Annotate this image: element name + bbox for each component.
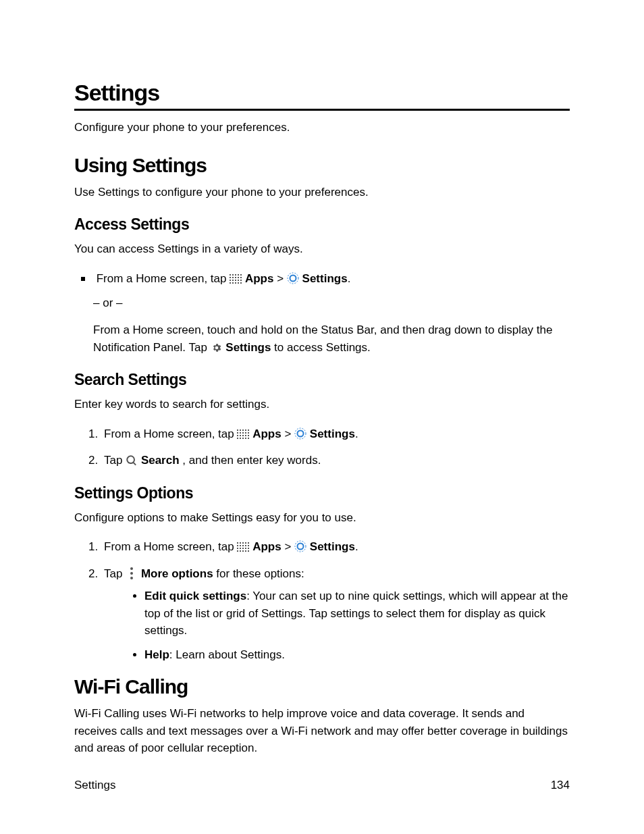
svg-rect-56 bbox=[242, 548, 244, 549]
options-step-1: From a Home screen, tap Apps > bbox=[101, 538, 570, 556]
options-step-2: Tap More options for these options: Edit… bbox=[101, 565, 570, 664]
search-step-2: Tap Search , and then enter key words. bbox=[101, 452, 570, 469]
svg-rect-16 bbox=[232, 282, 234, 284]
svg-rect-49 bbox=[237, 545, 238, 546]
svg-rect-60 bbox=[240, 550, 241, 552]
svg-point-43 bbox=[298, 430, 304, 436]
svg-rect-3 bbox=[238, 274, 239, 276]
bullet-label: Help bbox=[144, 648, 169, 661]
svg-rect-48 bbox=[248, 542, 249, 544]
text: Tap bbox=[104, 567, 126, 580]
svg-rect-58 bbox=[248, 548, 249, 549]
settings-options-intro: Configure options to make Settings easy … bbox=[74, 509, 570, 527]
svg-rect-36 bbox=[248, 435, 249, 436]
svg-point-42 bbox=[295, 428, 306, 439]
using-settings-intro: Use Settings to configure your phone to … bbox=[74, 184, 570, 201]
bullet-text: : Learn about Settings. bbox=[169, 648, 285, 661]
svg-rect-45 bbox=[240, 542, 241, 544]
svg-rect-9 bbox=[240, 277, 242, 278]
settings-gear-icon bbox=[294, 540, 306, 552]
footer-page-number: 134 bbox=[551, 779, 570, 792]
apps-grid-icon bbox=[237, 542, 249, 552]
svg-rect-30 bbox=[245, 432, 246, 434]
svg-rect-17 bbox=[235, 282, 236, 284]
svg-rect-40 bbox=[245, 438, 246, 439]
period: . bbox=[355, 427, 358, 440]
svg-rect-33 bbox=[240, 435, 241, 436]
svg-rect-13 bbox=[238, 280, 239, 281]
text: , and then enter key words. bbox=[182, 454, 321, 467]
search-settings-heading: Search Settings bbox=[74, 371, 570, 389]
svg-rect-55 bbox=[240, 548, 241, 549]
footer-section: Settings bbox=[74, 779, 115, 792]
svg-rect-15 bbox=[230, 282, 231, 284]
more-options-icon bbox=[126, 567, 138, 579]
svg-rect-4 bbox=[240, 274, 242, 276]
settings-gear-icon bbox=[287, 272, 299, 284]
text: to access Settings. bbox=[274, 341, 371, 354]
period: . bbox=[355, 540, 358, 553]
text: From a Home screen, tap bbox=[104, 540, 237, 553]
apps-grid-icon bbox=[237, 429, 249, 440]
text: Tap bbox=[104, 454, 126, 467]
svg-rect-34 bbox=[242, 435, 244, 436]
svg-rect-25 bbox=[245, 429, 246, 431]
bullet-label: Edit quick settings bbox=[144, 590, 246, 602]
svg-rect-12 bbox=[235, 280, 236, 281]
svg-rect-57 bbox=[245, 548, 246, 549]
page-footer: Settings 134 bbox=[74, 779, 570, 792]
svg-rect-32 bbox=[237, 435, 238, 436]
separator: > bbox=[284, 540, 294, 553]
edit-quick-settings-bullet: Edit quick settings: Your can set up to … bbox=[144, 588, 570, 640]
svg-point-68 bbox=[130, 577, 133, 579]
svg-rect-10 bbox=[230, 280, 231, 281]
text: for these options: bbox=[216, 567, 304, 580]
settings-label: Settings bbox=[310, 540, 355, 553]
svg-rect-27 bbox=[237, 432, 238, 434]
svg-rect-62 bbox=[245, 550, 246, 552]
svg-rect-63 bbox=[248, 550, 249, 552]
access-alt-method: From a Home screen, touch and hold on th… bbox=[93, 321, 570, 356]
svg-rect-31 bbox=[248, 432, 249, 434]
separator: > bbox=[284, 427, 294, 440]
search-icon bbox=[126, 455, 138, 466]
svg-rect-8 bbox=[238, 277, 239, 278]
svg-point-64 bbox=[295, 541, 306, 552]
page-intro: Configure your phone to your preferences… bbox=[74, 119, 570, 136]
settings-gear-icon bbox=[294, 427, 306, 440]
svg-rect-11 bbox=[232, 280, 234, 281]
svg-point-20 bbox=[288, 273, 298, 284]
text: From a Home screen, tap bbox=[97, 272, 230, 285]
svg-rect-35 bbox=[245, 435, 246, 436]
svg-rect-41 bbox=[248, 438, 249, 439]
using-settings-heading: Using Settings bbox=[74, 154, 570, 177]
svg-rect-2 bbox=[235, 274, 236, 276]
svg-rect-19 bbox=[240, 282, 242, 284]
search-step-1: From a Home screen, tap Apps > bbox=[101, 425, 570, 443]
svg-rect-51 bbox=[242, 545, 244, 546]
settings-label: Settings bbox=[310, 427, 355, 440]
access-settings-heading: Access Settings bbox=[74, 215, 570, 234]
svg-rect-53 bbox=[248, 545, 249, 546]
svg-rect-7 bbox=[235, 277, 236, 278]
settings-label: Settings bbox=[302, 272, 348, 285]
svg-point-67 bbox=[130, 572, 133, 575]
more-options-label: More options bbox=[141, 567, 213, 580]
page-title: Settings bbox=[74, 80, 570, 111]
svg-rect-44 bbox=[237, 542, 238, 544]
svg-rect-6 bbox=[232, 277, 234, 278]
svg-rect-28 bbox=[240, 432, 241, 434]
svg-rect-26 bbox=[248, 429, 249, 431]
svg-rect-39 bbox=[242, 438, 244, 439]
svg-rect-50 bbox=[240, 545, 241, 546]
svg-rect-23 bbox=[240, 429, 241, 431]
svg-point-65 bbox=[298, 544, 304, 550]
svg-rect-5 bbox=[230, 277, 231, 278]
svg-point-66 bbox=[130, 567, 133, 570]
svg-rect-22 bbox=[237, 429, 238, 431]
svg-rect-18 bbox=[238, 282, 239, 284]
wifi-calling-intro: Wi-Fi Calling uses Wi-Fi networks to hel… bbox=[74, 705, 570, 757]
svg-rect-29 bbox=[242, 432, 244, 434]
svg-rect-54 bbox=[237, 548, 238, 549]
apps-label: Apps bbox=[245, 272, 274, 285]
